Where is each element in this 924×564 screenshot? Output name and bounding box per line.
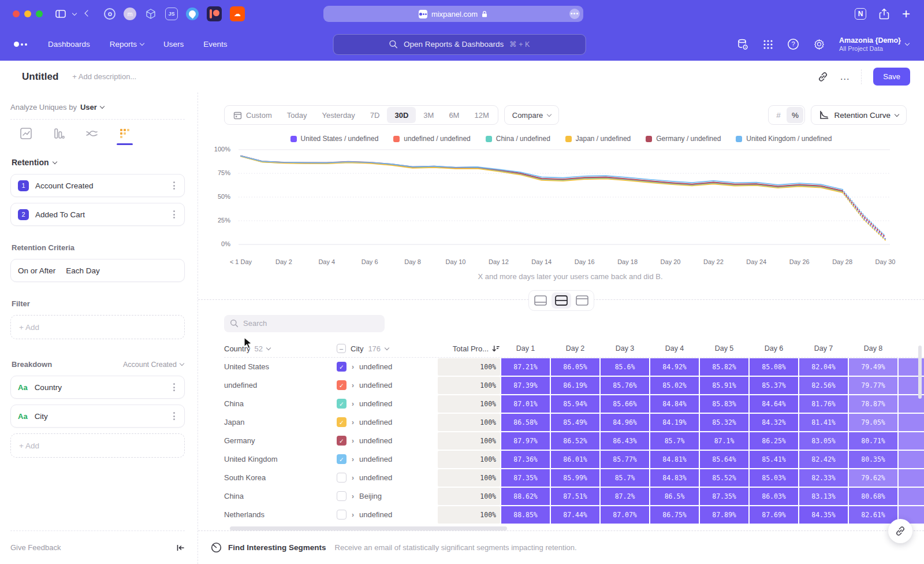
- table-search[interactable]: [224, 315, 385, 332]
- date-range-7d[interactable]: 7D: [363, 107, 388, 123]
- date-range-today[interactable]: Today: [280, 107, 315, 123]
- row-checkbox[interactable]: [337, 491, 346, 501]
- tab-funnels[interactable]: [50, 127, 68, 145]
- day-column-header[interactable]: Day 1: [501, 344, 550, 352]
- expand-row-icon[interactable]: ›: [352, 474, 354, 482]
- day-cell[interactable]: 86.43%: [601, 432, 649, 450]
- add-description-button[interactable]: + Add description...: [72, 72, 136, 81]
- day-cell[interactable]: 82.42%: [799, 451, 848, 468]
- row-checkbox[interactable]: ✓: [337, 399, 346, 409]
- day-cell[interactable]: 87.39%: [501, 377, 550, 394]
- expand-row-icon[interactable]: ›: [352, 492, 354, 500]
- date-range-30d[interactable]: 30D: [387, 107, 416, 123]
- day-cell[interactable]: 85.32%: [700, 414, 748, 431]
- day-cell[interactable]: 84.19%: [650, 414, 699, 431]
- chart-type-dropdown[interactable]: Retention Curve: [811, 105, 907, 125]
- day-cell[interactable]: 87.01%: [501, 395, 550, 413]
- tab-insights[interactable]: [17, 127, 35, 145]
- day-cell[interactable]: 85.02%: [650, 377, 699, 394]
- day-cell[interactable]: 87.69%: [750, 506, 798, 524]
- format-percent-button[interactable]: %: [787, 107, 803, 123]
- day-cell[interactable]: 86.52%: [551, 432, 599, 450]
- add-breakdown-button[interactable]: + Add: [10, 433, 185, 458]
- expand-row-icon[interactable]: ›: [352, 418, 354, 426]
- day-cell[interactable]: 87.07%: [601, 506, 649, 524]
- expand-row-icon[interactable]: ›: [352, 363, 354, 371]
- tab-retention[interactable]: [116, 127, 133, 145]
- day-cell[interactable]: 87.36%: [501, 451, 550, 468]
- day-cell[interactable]: 86.03%: [750, 488, 798, 505]
- day-cell[interactable]: 87.51%: [551, 488, 599, 505]
- row-checkbox[interactable]: ✓: [337, 380, 346, 390]
- global-search-button[interactable]: Open Reports & Dashboards ⌘ + K: [333, 34, 586, 55]
- day-cell[interactable]: 79.49%: [849, 358, 897, 376]
- day-cell[interactable]: 82.33%: [799, 469, 848, 487]
- soundcloud-extension-icon[interactable]: ☁: [230, 6, 245, 21]
- share-report-fab[interactable]: [888, 519, 912, 543]
- legend-item[interactable]: Japan / undefined: [565, 135, 631, 143]
- day-cell[interactable]: 87.2%: [601, 488, 649, 505]
- share-icon[interactable]: [879, 8, 889, 20]
- day-column-header[interactable]: Day 5: [700, 344, 748, 352]
- day-cell[interactable]: 86.25%: [750, 432, 798, 450]
- breakdown-options-icon[interactable]: [171, 410, 177, 422]
- day-cell[interactable]: 86.5%: [650, 488, 699, 505]
- date-range-6m[interactable]: 6M: [441, 107, 467, 123]
- new-tab-icon[interactable]: +: [902, 8, 910, 20]
- day-column-header[interactable]: Day 6: [750, 344, 798, 352]
- day-cell[interactable]: 87.97%: [501, 432, 550, 450]
- day-cell[interactable]: 83.05%: [799, 432, 848, 450]
- day-cell[interactable]: 78.87%: [849, 395, 897, 413]
- compare-button[interactable]: Compare: [504, 105, 559, 125]
- breakdown-country[interactable]: Aa Country: [10, 376, 185, 399]
- day-cell[interactable]: 85.82%: [700, 358, 748, 376]
- expand-row-icon[interactable]: ›: [352, 455, 354, 463]
- day-cell[interactable]: 85.77%: [601, 451, 649, 468]
- settings-gear-icon[interactable]: [813, 38, 825, 50]
- day-cell[interactable]: 85.49%: [551, 414, 599, 431]
- date-range-3m[interactable]: 3M: [416, 107, 441, 123]
- data-management-icon[interactable]: [736, 38, 749, 51]
- column-header-city[interactable]: – City 176: [337, 344, 438, 353]
- country-cell[interactable]: Netherlands: [224, 510, 337, 519]
- close-window-button[interactable]: [13, 10, 20, 17]
- day-cell[interactable]: 79.05%: [849, 414, 897, 431]
- day-cell[interactable]: 82.61%: [849, 506, 897, 524]
- format-absolute-button[interactable]: #: [770, 107, 787, 123]
- mixpanel-logo[interactable]: [14, 42, 27, 47]
- day-column-header[interactable]: Day 7: [799, 344, 848, 352]
- vertical-scrollbar[interactable]: [918, 346, 922, 399]
- country-cell[interactable]: Japan: [224, 418, 337, 426]
- report-title[interactable]: Untitled: [22, 71, 58, 83]
- row-checkbox[interactable]: ✓: [337, 417, 346, 427]
- day-cell[interactable]: 82.04%: [799, 358, 848, 376]
- day-cell[interactable]: 85.03%: [750, 469, 798, 487]
- legend-item[interactable]: United Kingdom / undefined: [736, 135, 832, 143]
- country-cell[interactable]: undefined: [224, 381, 337, 389]
- country-cell[interactable]: Germany: [224, 436, 337, 445]
- day-cell[interactable]: 86.01%: [551, 451, 599, 468]
- date-range-yesterday[interactable]: Yesterday: [315, 107, 363, 123]
- breakdown-scope-dropdown[interactable]: Account Created: [123, 361, 184, 369]
- day-cell[interactable]: 84.32%: [750, 414, 798, 431]
- day-cell[interactable]: 88.85%: [501, 506, 550, 524]
- column-header-total[interactable]: Total Pro...: [438, 344, 500, 353]
- chevron-down-icon[interactable]: [73, 13, 76, 15]
- nav-item-users[interactable]: Users: [163, 40, 184, 49]
- select-all-checkbox[interactable]: –: [337, 344, 346, 353]
- legend-item[interactable]: China / undefined: [486, 135, 550, 143]
- layout-table-only-button[interactable]: [572, 292, 592, 309]
- day-cell[interactable]: 87.1%: [700, 432, 748, 450]
- cube-extension-icon[interactable]: [144, 8, 157, 20]
- date-range-custom[interactable]: Custom: [226, 107, 280, 123]
- back-icon[interactable]: [85, 13, 90, 16]
- day-cell[interactable]: 87.35%: [700, 488, 748, 505]
- sidebar-toggle-icon[interactable]: [55, 10, 66, 18]
- analyze-entity-dropdown[interactable]: User: [80, 103, 104, 112]
- js-extension-icon[interactable]: JS: [165, 8, 178, 20]
- day-cell[interactable]: 85.66%: [601, 395, 649, 413]
- day-cell[interactable]: 82.56%: [799, 377, 848, 394]
- horizontal-scrollbar[interactable]: [230, 526, 507, 531]
- table-search-input[interactable]: [243, 319, 370, 328]
- country-cell[interactable]: China: [224, 399, 337, 408]
